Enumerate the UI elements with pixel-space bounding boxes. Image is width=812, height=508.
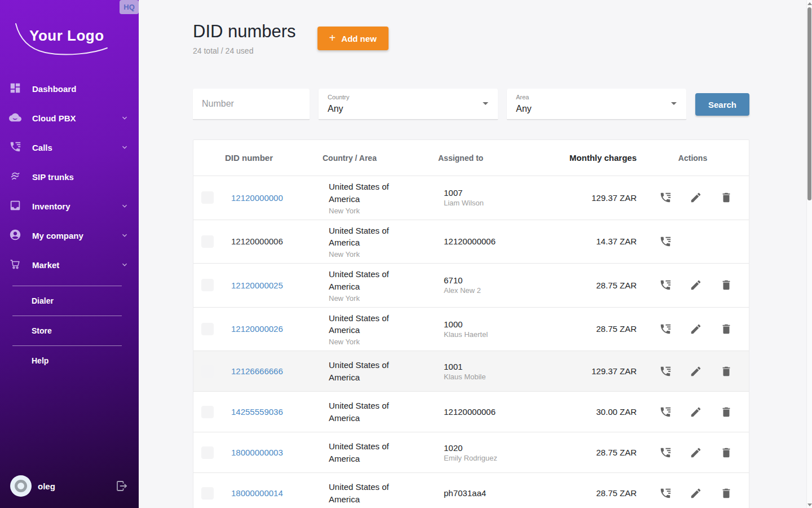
assigned-value: ph7031aa4 <box>444 488 569 498</box>
table-row: 12120000000United States of AmericaNew Y… <box>193 176 749 220</box>
monthly-charges-value: 28.75 ZAR <box>569 443 637 462</box>
sidebar-link-store[interactable]: Store <box>0 316 139 345</box>
delete-trash-icon[interactable] <box>720 279 732 291</box>
actions-cell <box>637 274 749 296</box>
phone-forward-icon[interactable] <box>659 235 672 248</box>
assigned-sub-name: Klaus Mobile <box>444 373 569 381</box>
phone-forward-icon[interactable] <box>659 365 672 378</box>
logout-icon[interactable] <box>115 479 129 493</box>
number-filter <box>193 89 310 120</box>
sidebar-sub-links: DialerStoreHelp <box>0 286 139 375</box>
sidebar-item-calls[interactable]: Calls <box>0 133 139 162</box>
row-checkbox[interactable] <box>201 365 214 378</box>
chevron-down-icon <box>121 231 129 239</box>
phone-forward-icon[interactable] <box>659 487 672 500</box>
row-checkbox[interactable] <box>201 487 214 500</box>
edit-pencil-icon[interactable] <box>690 279 702 291</box>
area-name: New York <box>329 338 438 346</box>
phone-forward-icon[interactable] <box>659 446 672 459</box>
phone-forward-icon[interactable] <box>659 279 672 291</box>
country-name: United States of America <box>329 268 413 293</box>
edit-pencil-icon[interactable] <box>690 191 702 204</box>
add-new-button[interactable]: + Add new <box>317 27 389 50</box>
monthly-charges-value: 129.37 ZAR <box>569 362 637 380</box>
actions-cell <box>637 401 749 423</box>
sidebar-item-cloud-pbx[interactable]: Cloud PBX <box>0 103 139 133</box>
area-select[interactable]: Area Any <box>507 89 686 120</box>
table-row: 18000000003United States of America1020E… <box>193 432 749 472</box>
sidebar-item-sip-trunks[interactable]: SIP trunks <box>0 162 139 191</box>
did-number-link[interactable]: 18000000014 <box>231 488 283 498</box>
country-value: Any <box>328 104 343 114</box>
edit-pencil-icon[interactable] <box>690 487 702 500</box>
row-checkbox[interactable] <box>201 406 214 418</box>
did-number-link[interactable]: 18000000003 <box>231 448 283 457</box>
sidebar-item-label: Inventory <box>32 202 70 211</box>
monthly-charges-value: 28.75 ZAR <box>569 319 637 338</box>
sidebar-link-dialer[interactable]: Dialer <box>0 286 139 316</box>
did-number-link[interactable]: 14255559036 <box>231 407 283 417</box>
row-checkbox[interactable] <box>201 191 214 204</box>
phone-forward-icon[interactable] <box>659 323 672 335</box>
delete-trash-icon[interactable] <box>720 365 732 378</box>
sidebar-link-help[interactable]: Help <box>0 345 139 375</box>
row-checkbox[interactable] <box>201 279 214 291</box>
area-label: Area <box>516 94 529 100</box>
monthly-charges-value: 129.37 ZAR <box>569 189 637 207</box>
phone-forward-icon[interactable] <box>659 406 672 418</box>
sidebar-item-dashboard[interactable]: Dashboard <box>0 74 139 103</box>
scroll-up-arrow-icon[interactable] <box>807 2 812 5</box>
page-scrollbar[interactable] <box>806 0 812 508</box>
country-label: Country <box>328 94 350 100</box>
row-checkbox[interactable] <box>201 323 214 335</box>
assigned-value: 12120000006 <box>444 407 569 417</box>
did-number-link[interactable]: 12120000026 <box>231 324 283 334</box>
row-checkbox[interactable] <box>201 235 214 248</box>
assigned-value: 1000 <box>444 319 569 329</box>
edit-pencil-icon[interactable] <box>690 365 702 378</box>
table-row: 12126666666United States of America1001K… <box>193 351 749 391</box>
monthly-charges-value: 28.75 ZAR <box>569 276 637 295</box>
did-cell: 12120000026 <box>225 319 323 338</box>
sip-icon <box>9 170 23 183</box>
sidebar-item-inventory[interactable]: Inventory <box>0 191 139 221</box>
number-input[interactable] <box>193 89 310 119</box>
row-checkbox[interactable] <box>201 446 214 459</box>
did-number-link[interactable]: 12126666666 <box>231 366 283 376</box>
did-cell: 12120000000 <box>225 189 323 207</box>
logo: Your Logo <box>0 0 139 74</box>
avatar[interactable] <box>10 475 32 497</box>
delete-trash-icon[interactable] <box>720 191 732 204</box>
delete-trash-icon[interactable] <box>720 323 732 335</box>
delete-trash-icon[interactable] <box>720 446 732 459</box>
search-button[interactable]: Search <box>695 93 749 116</box>
delete-trash-icon[interactable] <box>720 406 732 418</box>
row-checkbox-cell <box>193 187 225 208</box>
actions-cell <box>637 361 749 382</box>
page-title: DID numbers <box>193 23 296 41</box>
did-number-link[interactable]: 12120000025 <box>231 281 283 290</box>
assigned-value: 1020 <box>444 443 569 453</box>
scrollbar-thumb[interactable] <box>807 7 811 200</box>
phone-forward-icon[interactable] <box>659 191 672 204</box>
country-cell: United States of AmericaNew York <box>323 220 438 264</box>
edit-pencil-icon[interactable] <box>690 406 702 418</box>
delete-trash-icon[interactable] <box>720 487 732 500</box>
assigned-value: 1001 <box>444 362 569 371</box>
assigned-value: 1007 <box>444 188 569 198</box>
col-monthly-charges: Monthly charges <box>569 153 637 163</box>
country-cell: United States of America <box>323 436 438 470</box>
table-body: 12120000000United States of AmericaNew Y… <box>193 176 749 508</box>
sidebar-item-market[interactable]: Market <box>0 250 139 279</box>
did-number-link[interactable]: 12120000000 <box>231 193 283 203</box>
edit-pencil-icon[interactable] <box>690 446 702 459</box>
area-value: Any <box>516 104 532 114</box>
scroll-down-arrow-icon[interactable] <box>807 503 812 506</box>
cart-icon <box>9 258 23 271</box>
monthly-charges-value: 28.75 ZAR <box>569 484 637 502</box>
col-country-area: Country / Area <box>323 154 438 163</box>
country-select[interactable]: Country Any <box>319 89 498 120</box>
edit-pencil-icon[interactable] <box>690 323 702 335</box>
avatar-placeholder-icon <box>15 480 27 492</box>
sidebar-item-my-company[interactable]: My company <box>0 221 139 250</box>
